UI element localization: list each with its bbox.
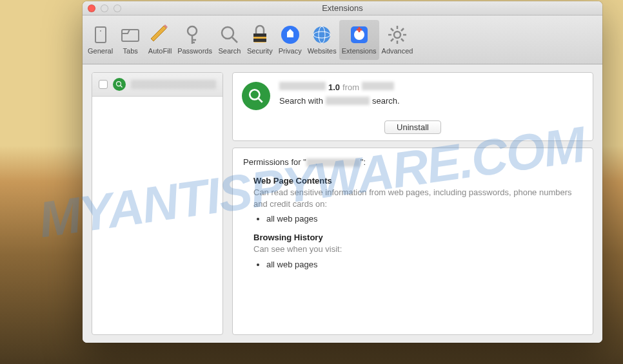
tab-label: Security <box>247 47 273 55</box>
extension-name-redacted <box>279 82 326 90</box>
enable-checkbox[interactable] <box>99 80 108 89</box>
permission-description: Can see when you visit: <box>253 244 582 255</box>
desc-redacted <box>326 97 370 105</box>
titlebar: Extensions <box>83 1 602 15</box>
tab-label: Search <box>219 47 241 55</box>
extensions-icon <box>349 24 370 45</box>
svg-point-4 <box>222 27 233 39</box>
tab-label: Passwords <box>177 47 212 55</box>
svg-point-15 <box>117 82 121 86</box>
tab-privacy[interactable]: Privacy <box>275 20 305 60</box>
tab-security[interactable]: Security <box>244 20 275 60</box>
svg-point-16 <box>250 90 259 99</box>
permission-section: Web Page Contents Can read sensitive inf… <box>253 176 582 224</box>
tab-autofill[interactable]: AutoFill <box>145 20 175 60</box>
extension-name-redacted <box>131 80 216 89</box>
svg-rect-0 <box>95 27 106 43</box>
permissions-panel: Permissions for "": Web Page Contents Ca… <box>232 148 593 335</box>
tab-label: Tabs <box>123 47 138 55</box>
traffic-lights <box>88 5 121 12</box>
search-icon <box>219 24 240 45</box>
tab-label: Extensions <box>342 47 377 55</box>
extension-version: 1.0 <box>328 82 340 92</box>
close-window-button[interactable] <box>88 5 95 12</box>
svg-rect-2 <box>122 30 139 41</box>
tab-label: Privacy <box>279 47 302 55</box>
tab-websites[interactable]: Websites <box>305 20 339 60</box>
permission-heading: Web Page Contents <box>253 176 582 186</box>
passwords-icon <box>184 24 205 45</box>
content-area: 1.0 from Search with search. Uninstall <box>83 64 602 343</box>
permission-list: all web pages <box>266 214 582 224</box>
uninstall-button[interactable]: Uninstall <box>384 120 441 134</box>
permission-section: Browsing History Can see when you visit:… <box>253 233 582 269</box>
tab-general[interactable]: General <box>85 20 115 60</box>
permissions-title: Permissions for "": <box>243 157 582 167</box>
svg-point-3 <box>188 26 197 35</box>
general-icon <box>90 24 111 45</box>
tabs-icon <box>120 24 141 45</box>
extension-title-line: 1.0 from <box>279 82 584 92</box>
tab-label: Advanced <box>382 47 413 55</box>
extension-author-redacted <box>362 82 394 90</box>
minimize-window-button[interactable] <box>101 5 108 12</box>
permission-item: all web pages <box>266 214 582 224</box>
extension-icon <box>113 78 126 91</box>
from-label: from <box>342 82 359 92</box>
svg-rect-6 <box>253 34 266 37</box>
tab-label: AutoFill <box>148 47 172 55</box>
tab-advanced[interactable]: Advanced <box>379 20 416 60</box>
permission-heading: Browsing History <box>253 233 582 242</box>
zoom-window-button[interactable] <box>114 5 121 12</box>
permission-list: all web pages <box>266 260 582 269</box>
tab-search[interactable]: Search <box>215 20 244 60</box>
svg-rect-7 <box>253 39 266 42</box>
websites-icon <box>312 24 332 45</box>
tab-extensions[interactable]: Extensions <box>339 20 379 60</box>
extension-description: Search with search. <box>279 96 584 106</box>
extensions-list <box>92 72 223 335</box>
extension-detail: 1.0 from Search with search. Uninstall <box>232 72 593 335</box>
svg-point-9 <box>313 26 330 43</box>
permission-item: all web pages <box>266 260 582 269</box>
tab-tabs[interactable]: Tabs <box>115 20 145 60</box>
svg-point-1 <box>100 30 101 32</box>
tab-label: General <box>88 47 113 55</box>
tab-label: Websites <box>308 47 337 55</box>
svg-point-14 <box>394 32 400 38</box>
permission-description: Can read sensitive information from web … <box>253 187 582 210</box>
window-title: Extensions <box>83 3 602 13</box>
preferences-toolbar: General Tabs AutoFill Passwords Search <box>83 15 602 64</box>
preferences-window: Extensions General Tabs AutoFill Passwor… <box>83 1 602 343</box>
security-icon <box>250 24 270 45</box>
autofill-icon <box>150 24 170 45</box>
privacy-icon <box>280 24 301 45</box>
advanced-icon <box>387 24 408 45</box>
extension-summary: 1.0 from Search with search. Uninstall <box>232 72 593 141</box>
tab-passwords[interactable]: Passwords <box>175 20 215 60</box>
extension-large-icon <box>242 82 270 110</box>
extension-list-item[interactable] <box>92 73 222 97</box>
perm-name-redacted <box>306 158 361 167</box>
